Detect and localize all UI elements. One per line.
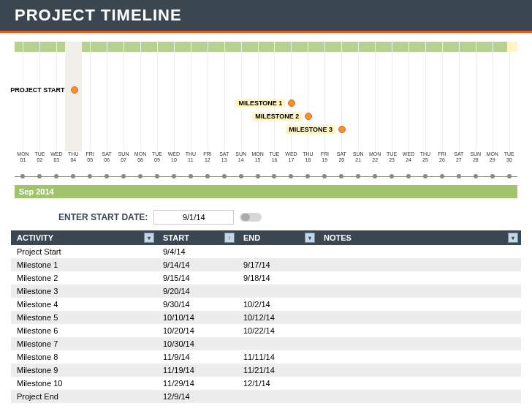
axis-dot xyxy=(390,174,394,178)
milestone-marker[interactable]: PROJECT START xyxy=(7,86,77,94)
cell-start[interactable]: 9/14/14 xyxy=(157,258,238,271)
cell-start[interactable]: 11/29/14 xyxy=(157,377,238,390)
axis-dot xyxy=(138,174,142,178)
gridline xyxy=(107,42,107,151)
axis-dot xyxy=(507,174,512,178)
cell-start[interactable]: 10/20/14 xyxy=(157,324,238,337)
cell-start[interactable]: 10/10/14 xyxy=(157,311,238,324)
cell-end[interactable]: 11/21/14 xyxy=(238,364,318,377)
axis-dot xyxy=(172,174,176,178)
header-start[interactable]: START↑ xyxy=(157,230,238,245)
filter-icon[interactable]: ▾ xyxy=(144,233,154,243)
cell-activity[interactable]: Milestone 2 xyxy=(11,271,157,285)
cell-end[interactable]: 9/17/14 xyxy=(238,258,318,271)
gridline xyxy=(308,42,308,151)
cell-activity[interactable]: Milestone 9 xyxy=(11,364,157,377)
axis-dot xyxy=(339,174,343,178)
table-row[interactable]: Milestone 911/19/1411/21/14 xyxy=(11,364,521,377)
start-date-input[interactable] xyxy=(153,210,234,225)
table-row[interactable]: Milestone 19/14/149/17/14 xyxy=(11,258,521,271)
cell-end[interactable]: 12/1/14 xyxy=(238,377,318,390)
axis-dot xyxy=(305,174,310,178)
table-row[interactable]: Milestone 610/20/1410/22/14 xyxy=(11,324,521,337)
cell-notes[interactable] xyxy=(318,350,521,364)
axis-tick: SAT27 xyxy=(450,151,467,175)
cell-start[interactable]: 11/9/14 xyxy=(157,350,238,364)
cell-notes[interactable] xyxy=(318,258,521,271)
table-row[interactable]: Project Start9/4/14 xyxy=(11,245,521,258)
cell-start[interactable]: 12/9/14 xyxy=(157,390,238,403)
scroll-slider[interactable] xyxy=(240,213,262,222)
cell-activity[interactable]: Milestone 8 xyxy=(11,350,157,364)
gridline xyxy=(392,42,392,151)
axis-dot xyxy=(490,174,495,178)
table-row[interactable]: Milestone 39/20/14 xyxy=(11,285,521,298)
cell-notes[interactable] xyxy=(318,271,521,285)
table-row[interactable]: Project End12/9/14 xyxy=(11,390,521,403)
cell-notes[interactable] xyxy=(318,324,521,337)
cell-end[interactable] xyxy=(238,390,318,403)
cell-activity[interactable]: Milestone 4 xyxy=(11,298,157,311)
milestone-marker[interactable]: MILESTONE 1 xyxy=(235,99,295,108)
cell-end[interactable] xyxy=(238,285,318,298)
table-row[interactable]: Milestone 710/30/14 xyxy=(11,337,521,350)
gridline xyxy=(56,42,57,151)
gridline xyxy=(291,42,292,151)
cell-end[interactable]: 9/18/14 xyxy=(238,271,318,285)
filter-icon[interactable]: ▾ xyxy=(305,233,315,243)
table-row[interactable]: Milestone 29/15/149/18/14 xyxy=(11,271,521,285)
cell-activity[interactable]: Milestone 1 xyxy=(11,258,157,271)
cell-notes[interactable] xyxy=(318,377,521,390)
cell-end[interactable] xyxy=(238,337,318,350)
table-row[interactable]: Milestone 811/9/1411/11/14 xyxy=(11,350,521,364)
cell-end[interactable]: 11/11/14 xyxy=(238,350,318,364)
axis-dot xyxy=(104,174,109,178)
cell-activity[interactable]: Project Start xyxy=(11,245,157,258)
cell-activity[interactable]: Milestone 5 xyxy=(11,311,157,324)
cell-notes[interactable] xyxy=(318,337,521,350)
gridline xyxy=(493,42,493,151)
table-row[interactable]: Milestone 49/30/1410/2/14 xyxy=(11,298,521,311)
axis-dot xyxy=(356,174,360,178)
cell-end[interactable] xyxy=(238,245,318,258)
header-notes[interactable]: NOTES▾ xyxy=(318,230,521,245)
axis-dot xyxy=(406,174,411,178)
gridline xyxy=(358,42,359,151)
cell-start[interactable]: 10/30/14 xyxy=(157,337,238,350)
cell-start[interactable]: 9/20/14 xyxy=(157,285,238,298)
sort-asc-icon[interactable]: ↑ xyxy=(224,233,235,243)
controls-row: ENTER START DATE: xyxy=(0,198,532,230)
gridline xyxy=(241,42,242,151)
gridline xyxy=(23,42,23,151)
milestone-marker[interactable]: MILESTONE 2 xyxy=(252,112,312,121)
cell-end[interactable]: 10/2/14 xyxy=(238,298,318,311)
axis-tick: TUE02 xyxy=(31,151,48,175)
axis-tick: FRI12 xyxy=(199,151,216,175)
table-row[interactable]: Milestone 1011/29/1412/1/14 xyxy=(11,377,521,390)
header-end[interactable]: END▾ xyxy=(238,230,318,245)
cell-activity[interactable]: Milestone 7 xyxy=(11,337,157,350)
cell-notes[interactable] xyxy=(318,285,521,298)
cell-activity[interactable]: Project End xyxy=(11,390,157,403)
cell-start[interactable]: 9/30/14 xyxy=(157,298,238,311)
filter-icon[interactable]: ▾ xyxy=(508,233,518,243)
cell-end[interactable]: 10/12/14 xyxy=(238,311,318,324)
cell-end[interactable]: 10/22/14 xyxy=(238,324,318,337)
gridline xyxy=(258,42,259,151)
milestone-label: MILESTONE 2 xyxy=(252,112,302,121)
cell-notes[interactable] xyxy=(318,311,521,324)
cell-start[interactable]: 9/4/14 xyxy=(157,245,238,258)
header-activity[interactable]: ACTIVITY▾ xyxy=(11,230,157,245)
cell-notes[interactable] xyxy=(318,245,521,258)
cell-notes[interactable] xyxy=(318,390,521,403)
cell-notes[interactable] xyxy=(318,298,521,311)
table-row[interactable]: Milestone 510/10/1410/12/14 xyxy=(11,311,521,324)
start-date-label: ENTER START DATE: xyxy=(58,212,148,222)
cell-notes[interactable] xyxy=(318,364,521,377)
milestone-marker[interactable]: MILESTONE 3 xyxy=(286,125,346,134)
cell-start[interactable]: 11/19/14 xyxy=(157,364,238,377)
cell-activity[interactable]: Milestone 10 xyxy=(11,377,157,390)
cell-start[interactable]: 9/15/14 xyxy=(157,271,238,285)
cell-activity[interactable]: Milestone 3 xyxy=(11,285,157,298)
cell-activity[interactable]: Milestone 6 xyxy=(11,324,157,337)
